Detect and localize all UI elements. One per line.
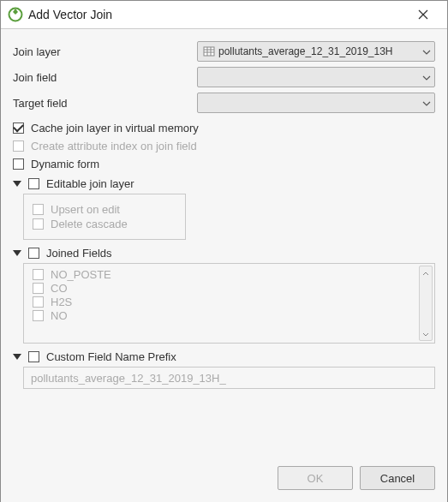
editable-section-header[interactable]: Editable join layer [13, 176, 435, 192]
prefix-body: pollutants_average_12_31_2019_13H_ [23, 367, 435, 389]
dynamic-form-checkbox[interactable] [13, 158, 24, 170]
table-icon [203, 45, 215, 57]
upsert-label: Upsert on edit [51, 203, 120, 216]
prefix-section-label: Custom Field Name Prefix [46, 350, 176, 363]
joined-fields-body: NO_POSTE CO H2S NO [23, 263, 435, 344]
expand-icon [13, 181, 21, 187]
prefix-section: Custom Field Name Prefix pollutants_aver… [13, 349, 435, 389]
editable-checkbox[interactable] [28, 178, 39, 189]
join-field-select[interactable] [197, 67, 435, 87]
create-index-row: Create attribute index on join field [13, 140, 435, 152]
dynamic-form-label: Dynamic form [31, 158, 99, 170]
window-title: Add Vector Join [28, 8, 406, 21]
scrollbar[interactable] [419, 266, 433, 341]
joined-fields-header[interactable]: Joined Fields [13, 245, 435, 261]
ok-button-label: OK [308, 472, 324, 485]
field-label: NO_POSTE [51, 268, 111, 281]
field-label: H2S [51, 296, 72, 308]
close-button[interactable] [406, 3, 440, 27]
join-layer-select[interactable]: pollutants_average_12_31_2019_13H [197, 41, 435, 62]
delete-cascade-checkbox [33, 218, 44, 230]
scroll-up-icon[interactable] [422, 268, 429, 278]
upsert-row: Upsert on edit [33, 203, 176, 216]
target-field-label: Target field [13, 97, 197, 110]
target-field-row: Target field [13, 93, 435, 113]
ok-button: OK [278, 466, 353, 490]
cache-check-row[interactable]: Cache join layer in virtual memory [13, 122, 435, 134]
field-checkbox [33, 269, 44, 280]
join-field-label: Join field [13, 71, 197, 84]
cancel-button-label: Cancel [380, 472, 415, 485]
editable-section-body: Upsert on edit Delete cascade [23, 194, 435, 240]
scroll-down-icon[interactable] [422, 329, 429, 338]
create-index-label: Create attribute index on join field [31, 140, 197, 152]
dialog-content: Join layer pollutants_average_12_31_2019… [1, 29, 447, 502]
prefix-value: pollutants_average_12_31_2019_13H_ [31, 372, 226, 385]
join-field-row: Join field [13, 67, 435, 87]
field-label: CO [51, 282, 68, 295]
prefix-input: pollutants_average_12_31_2019_13H_ [23, 367, 435, 389]
list-item: H2S [33, 296, 414, 308]
field-checkbox [33, 283, 44, 294]
titlebar: Add Vector Join [1, 1, 447, 29]
join-layer-value: pollutants_average_12_31_2019_13H [218, 45, 419, 57]
editable-panel: Upsert on edit Delete cascade [23, 194, 186, 240]
cancel-button[interactable]: Cancel [360, 466, 435, 490]
form-body: Join layer pollutants_average_12_31_2019… [13, 41, 435, 456]
list-item: CO [33, 282, 414, 295]
create-index-checkbox [13, 140, 24, 152]
expand-icon [13, 354, 21, 360]
list-item: NO [33, 309, 414, 322]
join-layer-label: Join layer [13, 45, 197, 58]
field-checkbox [33, 310, 44, 321]
upsert-checkbox [33, 204, 44, 215]
button-bar: OK Cancel [13, 456, 435, 502]
chevron-down-icon [422, 97, 431, 109]
joined-fields-checkbox[interactable] [28, 248, 39, 259]
delete-cascade-row: Delete cascade [33, 218, 176, 230]
cache-checkbox[interactable] [13, 123, 24, 134]
join-layer-row: Join layer pollutants_average_12_31_2019… [13, 41, 435, 62]
chevron-down-icon [422, 71, 431, 83]
close-icon [418, 9, 428, 20]
prefix-checkbox[interactable] [28, 351, 39, 362]
joined-fields-label: Joined Fields [46, 247, 112, 260]
prefix-header[interactable]: Custom Field Name Prefix [13, 349, 435, 365]
app-icon [8, 7, 23, 22]
editable-section-label: Editable join layer [46, 177, 134, 190]
joined-fields-section: Joined Fields NO_POSTE CO [13, 245, 435, 344]
field-label: NO [51, 309, 68, 322]
cache-check-label: Cache join layer in virtual memory [31, 122, 199, 134]
editable-section: Editable join layer Upsert on edit Delet… [13, 176, 435, 240]
field-checkbox [33, 296, 44, 308]
chevron-down-icon [422, 45, 431, 57]
joined-fields-list: NO_POSTE CO H2S NO [23, 263, 435, 344]
delete-cascade-label: Delete cascade [51, 218, 128, 230]
dialog-window: Add Vector Join Join layer [0, 0, 448, 502]
list-item: NO_POSTE [33, 268, 414, 281]
dynamic-form-row[interactable]: Dynamic form [13, 158, 435, 170]
expand-icon [13, 250, 21, 256]
svg-rect-3 [204, 47, 214, 56]
target-field-select[interactable] [197, 93, 435, 113]
